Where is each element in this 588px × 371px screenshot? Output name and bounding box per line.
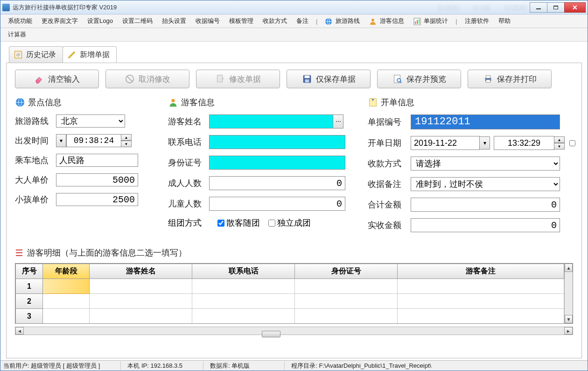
scroll-down-icon[interactable]: ▼: [565, 315, 573, 323]
status-db: 数据库: 单机版: [203, 362, 256, 370]
menu-tourist-info[interactable]: 游客信息: [364, 15, 409, 27]
time-up[interactable]: ▲: [121, 134, 132, 141]
svg-line-10: [127, 77, 133, 82]
modify-button[interactable]: 修改单据: [196, 70, 280, 88]
status-ip: 本机 IP: 192.168.3.5: [120, 362, 189, 370]
menu-ui-text[interactable]: 更改界面文字: [37, 15, 83, 27]
paymethod-select[interactable]: 请选择: [411, 157, 560, 171]
invoice-no-field[interactable]: 191122011: [411, 114, 560, 129]
table-row[interactable]: 1: [16, 279, 564, 294]
col-phone[interactable]: 联系电话: [192, 264, 295, 279]
group-opt2[interactable]: 独立成团: [268, 217, 311, 228]
scenic-section: 景点信息 旅游路线 北京 出发时间 ▾ ▲ ▼: [15, 97, 160, 239]
invoice-date-lock[interactable]: [569, 140, 575, 146]
menu-system[interactable]: 系统功能: [3, 15, 37, 27]
menu-template[interactable]: 模板管理: [224, 15, 258, 27]
clear-button[interactable]: 清空输入: [15, 70, 99, 88]
action-bar: 清空输入 取消修改 修改单据 仅保存单据 保存并预览 保存并打印: [15, 70, 573, 88]
scenic-header: 景点信息: [15, 97, 160, 108]
menu-bar: 系统功能 更改界面文字 设置Logo 设置二维码 抬头设置 收据编号 模板管理 …: [0, 14, 588, 28]
route-select[interactable]: 北京: [56, 114, 125, 128]
invoice-date-input[interactable]: [411, 136, 480, 150]
total-input[interactable]: [411, 198, 560, 212]
pencil-icon: [67, 50, 77, 60]
scroll-left-icon[interactable]: ◄: [15, 327, 24, 335]
minimize-button[interactable]: [530, 2, 547, 13]
menu-remark[interactable]: 备注: [292, 15, 313, 27]
col-name[interactable]: 游客姓名: [90, 264, 192, 279]
menu-register[interactable]: 注册软件: [460, 15, 494, 27]
maximize-button[interactable]: [547, 2, 565, 13]
list-icon: [15, 249, 23, 257]
table-row[interactable]: 2: [16, 294, 564, 309]
received-input[interactable]: [411, 218, 560, 232]
remark-select[interactable]: 准时到，过时不侯: [411, 177, 560, 191]
tab-content: 清空输入 取消修改 修改单据 仅保存单据 保存并预览 保存并打印: [6, 63, 582, 358]
children-count-input[interactable]: [209, 197, 345, 211]
close-button[interactable]: ✕: [564, 2, 586, 13]
tourist-phone-input[interactable]: [209, 135, 345, 149]
detail-header: 游客明细（与上面的游客信息二选一填写）: [15, 247, 573, 258]
invoice-time-up[interactable]: ▲: [554, 136, 565, 143]
menu-receipt-no[interactable]: 收据编号: [191, 15, 224, 27]
board-input[interactable]: [56, 154, 138, 167]
save-button[interactable]: 仅保存单据: [287, 70, 371, 88]
grid-vscroll[interactable]: ▲ ▼: [564, 264, 573, 323]
svg-text:@: @: [16, 52, 20, 57]
col-remark[interactable]: 游客备注: [398, 264, 564, 279]
globe-icon: [15, 97, 25, 107]
save-icon: [302, 74, 312, 84]
menu-help[interactable]: 帮助: [494, 15, 515, 27]
age-cell-selected[interactable]: [43, 279, 90, 294]
svg-rect-20: [486, 80, 490, 83]
print-icon: [483, 74, 493, 84]
scroll-right-icon[interactable]: ►: [564, 327, 573, 335]
menu-logo[interactable]: 设置Logo: [83, 15, 118, 27]
tab-history[interactable]: @ 历史记录: [9, 46, 63, 63]
menu-qrcode[interactable]: 设置二维码: [118, 15, 157, 27]
content-hscroll[interactable]: ◄ ►: [15, 327, 573, 335]
tourist-name-browse[interactable]: ⋯: [333, 114, 343, 128]
menu-statistics[interactable]: 单据统计: [409, 15, 453, 27]
depart-date-dropdown[interactable]: ▾: [56, 134, 66, 147]
col-seq[interactable]: 序号: [16, 264, 43, 279]
svg-point-24: [372, 99, 374, 101]
status-user: 当前用户: 超级管理员 [ 超级管理员 ]: [3, 362, 106, 370]
group-opt1[interactable]: 散客随团: [217, 217, 260, 228]
menu-header[interactable]: 抬头设置: [157, 15, 191, 27]
menu-paymethod[interactable]: 收款方式: [258, 15, 292, 27]
adults-count-label: 成人人数: [168, 178, 209, 189]
tab-history-label: 历史记录: [26, 50, 56, 60]
scroll-thumb[interactable]: [262, 331, 280, 337]
tourist-id-input[interactable]: [209, 156, 345, 170]
depart-time-input[interactable]: [66, 134, 121, 147]
print-button[interactable]: 保存并打印: [468, 70, 552, 88]
invoice-date-dropdown[interactable]: ▾: [480, 136, 490, 150]
detail-table[interactable]: 序号 年龄段 游客姓名 联系电话 身份证号 游客备注 1: [15, 264, 564, 323]
tab-new-doc[interactable]: 新增单据: [63, 46, 117, 63]
svg-rect-4: [417, 20, 418, 24]
table-row[interactable]: 3: [16, 309, 564, 324]
tourist-phone-label: 联系电话: [168, 136, 209, 148]
adult-price-input[interactable]: [56, 173, 138, 186]
menu-routes[interactable]: 旅游路线: [320, 15, 364, 27]
invoice-header: 开单信息: [368, 97, 575, 108]
received-label: 实收金额: [368, 220, 411, 231]
svg-rect-11: [217, 75, 223, 82]
menu-calculator[interactable]: 计算器: [3, 29, 31, 40]
scroll-up-icon[interactable]: ▲: [565, 264, 573, 272]
time-down[interactable]: ▼: [121, 141, 132, 147]
adults-count-input[interactable]: [209, 176, 345, 190]
tourist-name-input[interactable]: [209, 114, 333, 128]
child-price-input[interactable]: [56, 193, 138, 206]
col-id[interactable]: 身份证号: [295, 264, 398, 279]
col-age[interactable]: 年龄段: [43, 264, 90, 279]
board-label: 乘车地点: [15, 155, 56, 166]
invoice-time-input[interactable]: [494, 136, 554, 150]
user-icon: [168, 97, 178, 107]
menu-bar-row2: 计算器: [0, 28, 588, 42]
tab-strip: @ 历史记录 新增单据: [0, 42, 588, 63]
preview-button[interactable]: 保存并预览: [377, 70, 461, 88]
cancel-button[interactable]: 取消修改: [105, 70, 189, 88]
invoice-time-down[interactable]: ▼: [554, 143, 565, 150]
